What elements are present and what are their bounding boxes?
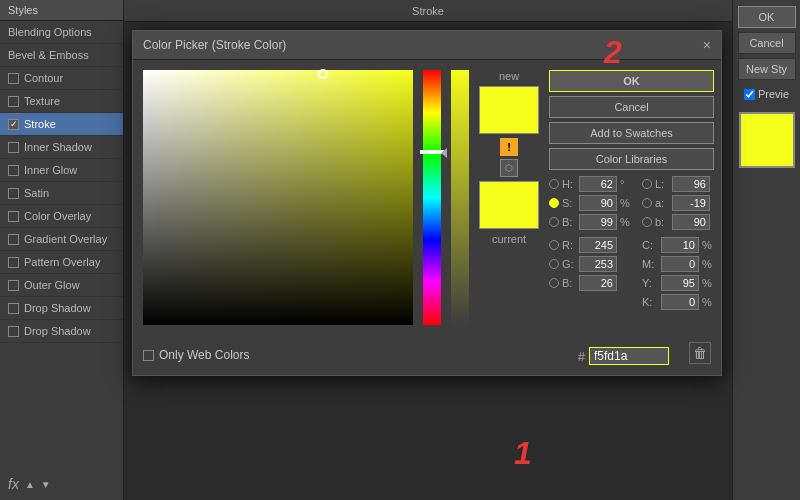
swatch-section: new ! ⬡ current — [479, 70, 539, 325]
b-radio[interactable] — [549, 217, 559, 227]
cancel-button[interactable]: Cancel — [738, 32, 796, 54]
h-radio[interactable] — [549, 179, 559, 189]
new-style-button[interactable]: New Sty — [738, 58, 796, 80]
color-picker-dialog: Color Picker (Stroke Color) × — [132, 30, 722, 376]
hex-input[interactable] — [589, 347, 669, 365]
b3-input[interactable] — [672, 214, 710, 230]
a-field-row: a: — [642, 195, 714, 211]
outer-glow-checkbox[interactable] — [8, 280, 19, 291]
alpha-slider[interactable] — [451, 70, 469, 325]
preview-label: Previe — [758, 88, 789, 100]
dialog-overlay: Color Picker (Stroke Color) × — [124, 22, 732, 500]
dialog-ok-button[interactable]: OK — [549, 70, 714, 92]
a-label: a: — [655, 197, 669, 209]
inner-shadow-checkbox[interactable] — [8, 142, 19, 153]
close-icon[interactable]: × — [703, 37, 711, 53]
b3-radio[interactable] — [642, 217, 652, 227]
move-down-button[interactable]: ▼ — [41, 479, 51, 490]
satin-checkbox[interactable] — [8, 188, 19, 199]
add-to-swatches-button[interactable]: Add to Swatches — [549, 122, 714, 144]
sidebar-item-satin[interactable]: Satin — [0, 182, 123, 205]
b3-label: b: — [655, 216, 669, 228]
delete-icon[interactable]: 🗑 — [689, 342, 711, 364]
a-input[interactable] — [672, 195, 710, 211]
color-field[interactable] — [143, 70, 413, 325]
gradient-overlay-checkbox[interactable] — [8, 234, 19, 245]
sidebar-item-stroke[interactable]: Stroke — [0, 113, 123, 136]
s-radio[interactable] — [549, 198, 559, 208]
sidebar-item-label: Contour — [24, 72, 63, 84]
a-radio[interactable] — [642, 198, 652, 208]
s-label: S: — [562, 197, 576, 209]
dialog-bottom: Only Web Colors # 🗑 — [133, 335, 721, 375]
sidebar-item-contour[interactable]: Contour — [0, 67, 123, 90]
drop-shadow1-checkbox[interactable] — [8, 303, 19, 314]
color-overlay-checkbox[interactable] — [8, 211, 19, 222]
ok-button[interactable]: OK — [738, 6, 796, 28]
sidebar-item-inner-shadow[interactable]: Inner Shadow — [0, 136, 123, 159]
color-libraries-button[interactable]: Color Libraries — [549, 148, 714, 170]
k-input[interactable] — [661, 294, 699, 310]
k-label: K: — [642, 296, 658, 308]
g-radio[interactable] — [549, 259, 559, 269]
styles-panel-title: Styles — [0, 0, 123, 21]
r-input[interactable] — [579, 237, 617, 253]
sidebar-item-drop-shadow1[interactable]: Drop Shadow — [0, 297, 123, 320]
b-unit: % — [620, 216, 632, 228]
web-colors-checkbox[interactable] — [143, 350, 154, 361]
drop-shadow2-checkbox[interactable] — [8, 326, 19, 337]
b-input[interactable] — [579, 214, 617, 230]
dialog-cancel-button[interactable]: Cancel — [549, 96, 714, 118]
sidebar-item-label: Inner Shadow — [24, 141, 92, 153]
sidebar-item-label: Drop Shadow — [24, 302, 91, 314]
sidebar-item-pattern-overlay[interactable]: Pattern Overlay — [0, 251, 123, 274]
sidebar-item-inner-glow[interactable]: Inner Glow — [0, 159, 123, 182]
warning-icon[interactable]: ! — [500, 138, 518, 156]
pattern-overlay-checkbox[interactable] — [8, 257, 19, 268]
lab-cmyk-column: L: a: b: — [642, 176, 714, 310]
dialog-title: Color Picker (Stroke Color) — [143, 38, 286, 52]
sidebar-item-label: Satin — [24, 187, 49, 199]
sidebar-item-blending[interactable]: Blending Options — [0, 21, 123, 44]
sidebar-item-bevel[interactable]: Bevel & Emboss — [0, 44, 123, 67]
web-cube-icon[interactable]: ⬡ — [500, 159, 518, 177]
dialog-right: OK Cancel Add to Swatches Color Librarie… — [549, 70, 714, 325]
g-input[interactable] — [579, 256, 617, 272]
m-input[interactable] — [661, 256, 699, 272]
l-input[interactable] — [672, 176, 710, 192]
s-input[interactable] — [579, 195, 617, 211]
c-label: C: — [642, 239, 658, 251]
sidebar-item-label: Gradient Overlay — [24, 233, 107, 245]
alpha-slider-container[interactable] — [451, 70, 469, 325]
stroke-checkbox[interactable] — [8, 119, 19, 130]
y-input[interactable] — [661, 275, 699, 291]
sidebar-item-outer-glow[interactable]: Outer Glow — [0, 274, 123, 297]
contour-checkbox[interactable] — [8, 73, 19, 84]
hue-slider[interactable] — [423, 70, 441, 325]
hue-slider-container[interactable] — [423, 70, 441, 325]
sidebar-item-drop-shadow2[interactable]: Drop Shadow — [0, 320, 123, 343]
web-colors-row: Only Web Colors — [143, 348, 249, 362]
sidebar-item-gradient-overlay[interactable]: Gradient Overlay — [0, 228, 123, 251]
g-field-row: G: — [549, 256, 632, 272]
preview-swatch — [739, 112, 795, 168]
dialog-body: new ! ⬡ current OK Cancel Add to Swatche… — [133, 60, 721, 335]
preview-checkbox[interactable]: Previe — [744, 88, 789, 100]
m-unit: % — [702, 258, 714, 270]
sidebar-item-label: Outer Glow — [24, 279, 80, 291]
b2-radio[interactable] — [549, 278, 559, 288]
c-field-row: C: % — [642, 237, 714, 253]
move-up-button[interactable]: ▲ — [25, 479, 35, 490]
c-input[interactable] — [661, 237, 699, 253]
h-input[interactable] — [579, 176, 617, 192]
sidebar-item-label: Texture — [24, 95, 60, 107]
sidebar-item-color-overlay[interactable]: Color Overlay — [0, 205, 123, 228]
preview-check-input[interactable] — [744, 89, 755, 100]
texture-checkbox[interactable] — [8, 96, 19, 107]
r-radio[interactable] — [549, 240, 559, 250]
inner-glow-checkbox[interactable] — [8, 165, 19, 176]
sidebar-item-texture[interactable]: Texture — [0, 90, 123, 113]
b-label: B: — [562, 216, 576, 228]
b2-input[interactable] — [579, 275, 617, 291]
l-radio[interactable] — [642, 179, 652, 189]
